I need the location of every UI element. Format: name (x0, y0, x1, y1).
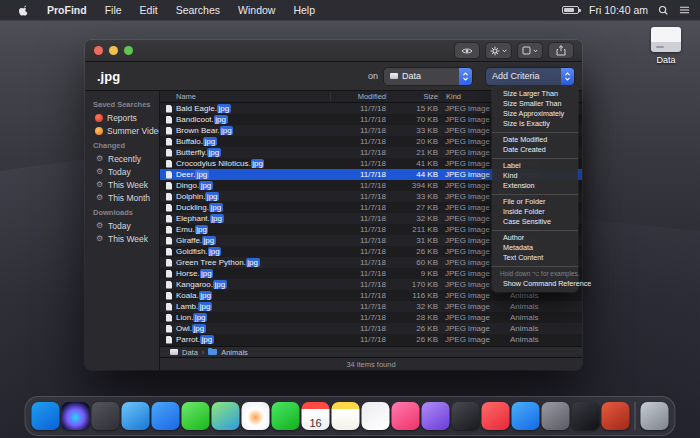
file-modified: 11/7/18 (330, 302, 386, 311)
criteria-menu-item-size-smaller-than[interactable]: Size Smaller Than (492, 99, 578, 109)
table-row[interactable]: Lamb.jpg 11/7/18 32 KB JPEG image Animal… (160, 301, 582, 312)
search-query-input[interactable] (97, 69, 247, 84)
criteria-menu-item-file-or-folder[interactable]: File or Folder (492, 197, 578, 207)
dock-siri-icon[interactable] (62, 402, 90, 430)
criteria-menu-item-inside-folder[interactable]: Inside Folder (492, 207, 578, 217)
table-row[interactable]: Owl.jpg 11/7/18 26 KB JPEG image Animals (160, 323, 582, 334)
file-modified: 11/7/18 (330, 203, 386, 212)
dock-profind-icon[interactable] (602, 402, 630, 430)
dock-safari-icon[interactable] (152, 402, 180, 430)
dock-trash-icon[interactable] (641, 402, 669, 430)
file-modified: 11/7/18 (330, 104, 386, 113)
apple-menu[interactable] (10, 0, 38, 20)
criteria-menu-item-size-is-exactly[interactable]: Size Is Exactly (492, 119, 578, 129)
dock-news-icon[interactable] (482, 402, 510, 430)
dock-music-icon[interactable] (392, 402, 420, 430)
document-icon (166, 215, 172, 223)
file-size: 41 KB (386, 159, 438, 168)
table-row[interactable]: Lion.jpg 11/7/18 28 KB JPEG image Animal… (160, 312, 582, 323)
criteria-menu-item-kind[interactable]: Kind (492, 171, 578, 181)
sidebar-item-today[interactable]: Today (85, 219, 159, 232)
dock-photos-icon[interactable] (242, 402, 270, 430)
sidebar-item-reports[interactable]: Reports (85, 111, 159, 124)
menu-bar-status: Fri 10:40 am (562, 0, 700, 20)
search-match-highlight: jpg (200, 269, 214, 278)
file-size: 26 KB (386, 247, 438, 256)
sidebar-item-this-week[interactable]: This Week (85, 232, 159, 245)
search-match-highlight: jpg (205, 192, 219, 201)
file-size: 28 KB (386, 313, 438, 322)
battery-icon[interactable] (562, 6, 579, 14)
view-options-button[interactable] (518, 43, 542, 58)
sidebar-item-summer-videos[interactable]: Summer Videos (85, 124, 159, 137)
criteria-menu-item-text-content[interactable]: Text Content (492, 253, 578, 263)
file-size: 9 KB (386, 269, 438, 278)
dock-settings-icon[interactable] (542, 402, 570, 430)
dock-podcasts-icon[interactable] (422, 402, 450, 430)
dock-maps-icon[interactable] (212, 402, 240, 430)
criteria-menu-item-size-approximately[interactable]: Size Approximately (492, 109, 578, 119)
dock-appstore-icon[interactable] (512, 402, 540, 430)
dock-notes-icon[interactable] (332, 402, 360, 430)
sidebar-item-icon (95, 181, 104, 189)
sidebar-item-icon (95, 155, 104, 163)
table-row[interactable]: Parrot.jpg 11/7/18 26 KB JPEG image Anim… (160, 334, 582, 345)
menu-bar-item-file[interactable]: File (96, 4, 131, 16)
menu-bar-item-searches[interactable]: Searches (167, 4, 229, 16)
zoom-button[interactable] (124, 46, 133, 55)
criteria-menu-item-metadata[interactable]: Metadata (492, 243, 578, 253)
path-segment-volume[interactable]: Data (182, 348, 198, 357)
criteria-menu-item-label[interactable]: Label (492, 161, 578, 171)
title-bar[interactable] (85, 40, 582, 62)
sidebar-section: Changed Recently Today This Week This Mo… (85, 137, 159, 204)
menu-bar-clock[interactable]: Fri 10:40 am (589, 4, 648, 16)
sidebar-item-recently[interactable]: Recently (85, 152, 159, 165)
minimize-button[interactable] (109, 46, 118, 55)
notification-center-icon[interactable] (679, 5, 690, 15)
column-header-modified[interactable]: Modified (330, 92, 386, 101)
spotlight-icon[interactable] (658, 5, 669, 16)
dock-messages-icon[interactable] (182, 402, 210, 430)
menu-separator (492, 266, 578, 267)
criteria-menu-item-date-modified[interactable]: Date Modified (492, 135, 578, 145)
sidebar-item-this-month[interactable]: This Month (85, 191, 159, 204)
add-criteria-button[interactable]: Add Criteria (486, 68, 574, 85)
action-menu-button[interactable] (486, 43, 511, 58)
dock-tv-icon[interactable] (452, 402, 480, 430)
desktop-volume-data[interactable]: Data (642, 27, 690, 65)
menu-bar-item-help[interactable]: Help (284, 4, 324, 16)
file-name: Horse.jpg (176, 269, 213, 278)
criteria-menu-item-extension[interactable]: Extension (492, 181, 578, 191)
path-segment-folder[interactable]: Animals (221, 348, 248, 357)
dock-reminders-icon[interactable] (362, 402, 390, 430)
criteria-menu-item-size-larger-than[interactable]: Size Larger Than (492, 89, 578, 99)
file-name-cell: Deer.jpg (160, 170, 330, 179)
dock-finder-icon[interactable] (32, 402, 60, 430)
file-name-cell: Giraffe.jpg (160, 236, 330, 245)
menu-bar-item-edit[interactable]: Edit (131, 4, 167, 16)
close-button[interactable] (94, 46, 103, 55)
dock-calendar-icon[interactable]: 16 (302, 402, 330, 430)
criteria-menu-item-case-sensitive[interactable]: Case Sensitive (492, 217, 578, 227)
file-name: Crocodylus Niloticus.jpg (176, 159, 264, 168)
file-modified: 11/7/18 (330, 181, 386, 190)
preview-button[interactable] (455, 43, 479, 58)
menu-bar-item-profind[interactable]: ProFind (38, 4, 96, 16)
dock-mail-icon[interactable] (122, 402, 150, 430)
dock-terminal-icon[interactable] (572, 402, 600, 430)
dock-facetime-icon[interactable] (272, 402, 300, 430)
scope-popup-button[interactable]: Data (384, 68, 472, 85)
criteria-menu-item-date-created[interactable]: Date Created (492, 145, 578, 155)
dock-divider (635, 402, 636, 430)
column-header-name[interactable]: Name (160, 92, 330, 101)
sidebar-item-today[interactable]: Today (85, 165, 159, 178)
search-match-highlight: jpg (210, 214, 224, 223)
file-name-cell: Buffalo.jpg (160, 137, 330, 146)
column-header-size[interactable]: Size (386, 92, 438, 101)
criteria-menu-item-author[interactable]: Author (492, 233, 578, 243)
share-button[interactable] (549, 43, 573, 58)
criteria-menu-item-show-command-reference[interactable]: Show Command Reference (492, 279, 578, 289)
sidebar-item-this-week[interactable]: This Week (85, 178, 159, 191)
menu-bar-item-window[interactable]: Window (229, 4, 284, 16)
dock-launchpad-icon[interactable] (92, 402, 120, 430)
